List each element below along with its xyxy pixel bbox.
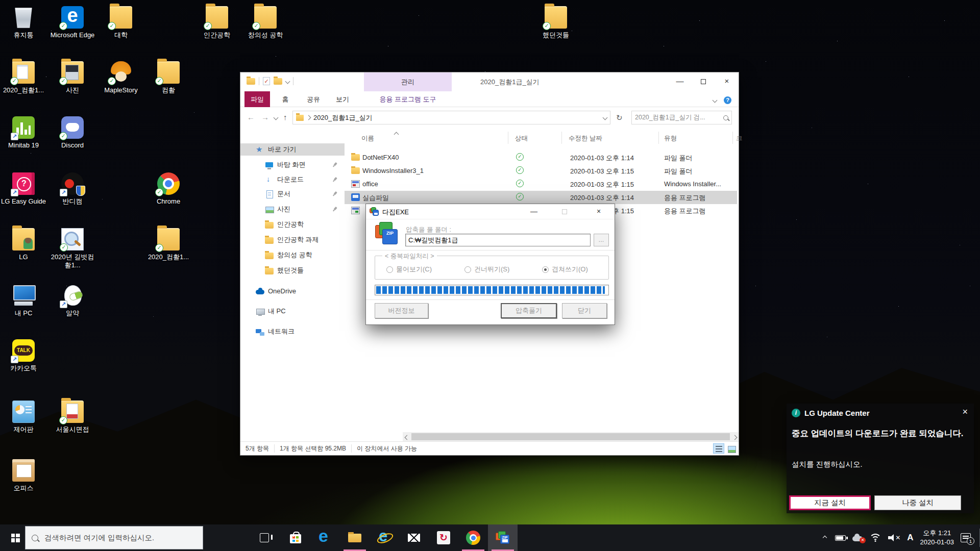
sidebar-item-인간공학[interactable]: 인간공학 bbox=[240, 218, 345, 231]
folder-icon[interactable] bbox=[247, 78, 255, 85]
wifi-icon[interactable] bbox=[869, 534, 881, 542]
taskbar-clock[interactable]: 오후 1:21 2020-01-03 bbox=[920, 529, 954, 546]
volume-muted-icon[interactable]: ✕ bbox=[888, 534, 900, 542]
taskbar-button-mail[interactable] bbox=[399, 524, 429, 551]
radio-skip[interactable]: 건너뛰기(S) bbox=[464, 265, 509, 274]
desktop-icon-Minitab 19[interactable]: ↗Minitab 19 bbox=[0, 116, 48, 149]
extract-folder-field[interactable]: C:₩길벗컴활1급 bbox=[405, 234, 591, 246]
file-row-실습파일[interactable]: 실습파일✓2020-01-03 오후 1:14응용 프로그램 bbox=[345, 191, 737, 204]
file-row-WindowsInstaller3_1[interactable]: WindowsInstaller3_1✓2020-01-03 오후 1:15파일… bbox=[345, 164, 737, 178]
taskbar-button-lg-update[interactable] bbox=[429, 524, 458, 551]
install-now-button[interactable]: 지금 설치 bbox=[789, 495, 871, 510]
tab-home[interactable]: 홈 bbox=[274, 91, 297, 107]
extract-button[interactable]: 압축풀기 bbox=[501, 303, 557, 318]
tab-file[interactable]: 파일 bbox=[244, 91, 270, 107]
sort-ascending-chevron-icon[interactable] bbox=[394, 132, 399, 137]
action-center-icon[interactable]: 1 bbox=[961, 533, 971, 542]
desktop-icon-사진[interactable]: ✓사진 bbox=[48, 61, 97, 94]
breadcrumb-path[interactable]: 2020_컴활1급_실기 bbox=[313, 113, 373, 122]
taskbar-button-microsoft-store[interactable] bbox=[281, 524, 310, 551]
qat-customize-chevron-icon[interactable] bbox=[285, 79, 290, 84]
version-info-button[interactable]: 버전정보 bbox=[375, 303, 428, 318]
desktop-icon-Microsoft Edge[interactable]: ✓Microsoft Edge bbox=[48, 6, 97, 39]
desktop-icon-제어판[interactable]: 제어판 bbox=[0, 400, 48, 434]
notification-close-icon[interactable]: × bbox=[962, 407, 968, 417]
sidebar-item-창의성 공학[interactable]: 창의성 공학 bbox=[240, 249, 345, 261]
maximize-button[interactable] bbox=[692, 72, 715, 91]
taskbar-search-box[interactable]: 검색하려면 여기에 입력하십시오. bbox=[25, 526, 203, 549]
ime-language-indicator[interactable]: A bbox=[907, 533, 913, 543]
desktop-icon-서울시면접[interactable]: ✓서울시면접 bbox=[48, 400, 97, 434]
desktop-icon-Chrome[interactable]: ✓Chrome bbox=[144, 172, 193, 206]
radio-ask[interactable]: 물어보기(C) bbox=[386, 265, 432, 274]
radio-overwrite[interactable]: 겹쳐쓰기(O) bbox=[542, 265, 588, 274]
desktop-icon-오피스[interactable]: 오피스 bbox=[0, 459, 48, 492]
back-arrow-icon[interactable]: ← bbox=[247, 113, 255, 121]
column-header-type[interactable]: 유형 bbox=[664, 134, 677, 143]
taskbar-button-file-explorer[interactable] bbox=[340, 524, 370, 551]
sidebar-item-했던것들[interactable]: 했던것들 bbox=[240, 264, 345, 277]
desktop-icon-인간공학[interactable]: ✓인간공학 bbox=[192, 6, 241, 39]
breadcrumb-chevron-icon[interactable] bbox=[306, 115, 311, 120]
desktop-icon-컴활[interactable]: ✓컴활 bbox=[144, 61, 193, 94]
desktop-icon-LG Easy Guide[interactable]: ↗LG Easy Guide bbox=[0, 172, 48, 206]
desktop-icon-MapleStory[interactable]: ✓MapleStory bbox=[96, 61, 145, 94]
column-header-name[interactable]: 이름 bbox=[361, 134, 374, 143]
desktop-icon-Discord[interactable]: ✓Discord bbox=[48, 116, 97, 149]
close-button[interactable]: × bbox=[715, 72, 739, 91]
minimize-button[interactable]: — bbox=[668, 72, 692, 91]
scroll-right-arrow-icon[interactable] bbox=[730, 433, 739, 441]
details-view-button[interactable] bbox=[713, 443, 724, 454]
desktop-icon-내 PC[interactable]: 내 PC bbox=[0, 284, 48, 317]
manage-contextual-tab[interactable]: 관리 bbox=[364, 72, 452, 91]
browse-button[interactable]: ... bbox=[594, 234, 609, 246]
horizontal-scrollbar[interactable] bbox=[403, 432, 739, 441]
ribbon-collapse-chevron-icon[interactable] bbox=[713, 98, 718, 103]
taskbar-button-task-view[interactable] bbox=[251, 524, 281, 551]
tab-share[interactable]: 공유 bbox=[301, 91, 326, 107]
address-bar[interactable]: 2020_컴활1급_실기 bbox=[292, 111, 610, 124]
file-row-DotNetFX40[interactable]: DotNetFX40✓2020-01-03 오후 1:14파일 폴더 bbox=[345, 151, 737, 164]
help-icon[interactable]: ? bbox=[724, 96, 731, 104]
desktop-icon-창의성 공학[interactable]: ✓창의성 공학 bbox=[241, 6, 290, 39]
taskbar-button-chrome[interactable] bbox=[458, 524, 488, 551]
column-header-size-partial[interactable]: 크 bbox=[736, 134, 743, 143]
taskbar-button-dazip[interactable]: ZIP bbox=[488, 524, 518, 551]
desktop-icon-했던것들[interactable]: ✓했던것들 bbox=[531, 6, 580, 39]
desktop-icon-LG[interactable]: LG bbox=[0, 228, 48, 261]
file-row-office[interactable]: office✓2020-01-03 오후 1:15Windows Install… bbox=[345, 178, 737, 191]
tab-view[interactable]: 보기 bbox=[330, 91, 355, 107]
scrollbar-thumb[interactable] bbox=[411, 433, 730, 440]
sidebar-item-내 PC[interactable]: 내 PC bbox=[240, 305, 345, 317]
sidebar-item-인간공학 과제[interactable]: 인간공학 과제 bbox=[240, 234, 345, 246]
folder-icon[interactable] bbox=[274, 78, 282, 85]
scroll-left-arrow-icon[interactable] bbox=[403, 433, 411, 441]
hidden-icons-chevron-icon[interactable] bbox=[821, 535, 828, 540]
battery-icon[interactable] bbox=[835, 535, 846, 541]
start-button[interactable] bbox=[5, 524, 26, 551]
dialog-close-button[interactable]: × bbox=[587, 204, 610, 219]
desktop-icon-카카오톡[interactable]: TALK↗카카오톡 bbox=[0, 339, 48, 372]
search-box[interactable]: 2020_컴활1급_실기 검... bbox=[631, 111, 732, 124]
desktop-icon-알약[interactable]: ↗알약 bbox=[48, 284, 97, 317]
tab-application-tools[interactable]: 응용 프로그램 도구 bbox=[364, 91, 452, 107]
search-icon[interactable] bbox=[723, 115, 728, 120]
sidebar-item-OneDrive[interactable]: OneDrive bbox=[240, 285, 345, 297]
taskbar-button-edge[interactable] bbox=[310, 524, 340, 551]
install-later-button[interactable]: 나중 설치 bbox=[874, 495, 961, 510]
sidebar-item-사진[interactable]: 사진 bbox=[240, 203, 345, 215]
sidebar-item-문서[interactable]: 문서 bbox=[240, 188, 345, 200]
sidebar-item-다운로드[interactable]: 다운로드 bbox=[240, 173, 345, 186]
desktop-icon-2020_컴활1...[interactable]: ✓2020_컴활1... bbox=[144, 228, 193, 261]
explorer-titlebar[interactable]: ✓ 관리 2020_컴활1급_실기 — × bbox=[240, 72, 739, 91]
sidebar-item-네트워크[interactable]: 네트워크 bbox=[240, 325, 345, 338]
desktop-icon-2020년 길벗컴활1...[interactable]: ✓2020년 길벗컴활1... bbox=[48, 228, 97, 269]
address-dropdown-chevron-icon[interactable] bbox=[603, 115, 608, 120]
forward-arrow-icon[interactable]: → bbox=[261, 113, 269, 121]
taskbar-button-internet-explorer[interactable] bbox=[370, 524, 399, 551]
sidebar-item-바탕 화면[interactable]: 바탕 화면 bbox=[240, 159, 345, 171]
desktop-icon-2020_컴활1...[interactable]: ✓2020_컴활1... bbox=[0, 61, 48, 94]
dialog-close-action-button[interactable]: 닫기 bbox=[562, 303, 607, 318]
up-arrow-icon[interactable]: ↑ bbox=[283, 113, 287, 121]
dialog-titlebar[interactable]: 다집EXE — × bbox=[366, 204, 615, 219]
